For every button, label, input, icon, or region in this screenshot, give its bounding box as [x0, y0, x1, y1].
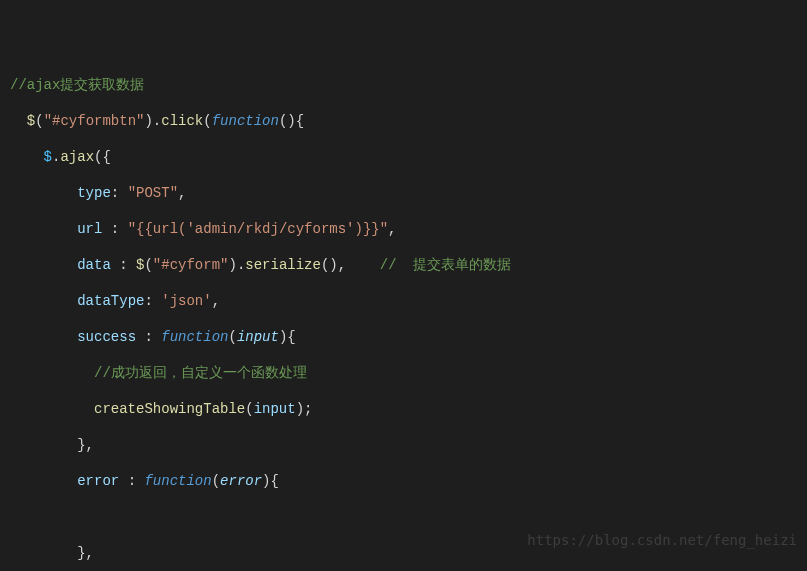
- prop-data: data: [77, 257, 111, 273]
- code-line: success : function(input){: [10, 328, 797, 346]
- method-click: click: [161, 113, 203, 129]
- prop-error: error: [77, 473, 119, 489]
- string-literal: "#cyform": [153, 257, 229, 273]
- prop-datatype: dataType: [77, 293, 144, 309]
- watermark-text: https://blog.csdn.net/feng_heizi: [527, 531, 797, 549]
- code-line: url : "{{url('admin/rkdj/cyforms')}}",: [10, 220, 797, 238]
- string-literal: "{{url('admin/rkdj/cyforms')}}": [128, 221, 388, 237]
- comment: // 提交表单的数据: [380, 257, 512, 273]
- code-line: createShowingTable(input);: [10, 400, 797, 418]
- code-line: [10, 508, 797, 526]
- keyword-function: function: [212, 113, 279, 129]
- param-input: input: [237, 329, 279, 345]
- string-literal: "#cyformbtn": [44, 113, 145, 129]
- func-call: createShowingTable: [94, 401, 245, 417]
- keyword-function: function: [161, 329, 228, 345]
- code-line: dataType: 'json',: [10, 292, 797, 310]
- comment: //ajax提交获取数据: [10, 77, 144, 93]
- code-line: type: "POST",: [10, 184, 797, 202]
- prop-url: url: [77, 221, 102, 237]
- code-line: //ajax提交获取数据: [10, 76, 797, 94]
- arg-input: input: [254, 401, 296, 417]
- method-serialize: serialize: [245, 257, 321, 273]
- keyword-function: function: [144, 473, 211, 489]
- prop-success: success: [77, 329, 136, 345]
- string-literal: "POST": [128, 185, 178, 201]
- comment: //成功返回，自定义一个函数处理: [94, 365, 307, 381]
- code-line: data : $("#cyform").serialize(), // 提交表单…: [10, 256, 797, 274]
- code-line: //成功返回，自定义一个函数处理: [10, 364, 797, 382]
- code-line: $("#cyformbtn").click(function(){: [10, 112, 797, 130]
- code-line: $.ajax({: [10, 148, 797, 166]
- string-literal: 'json': [161, 293, 211, 309]
- method-ajax: ajax: [60, 149, 94, 165]
- prop-type: type: [77, 185, 111, 201]
- code-line: error : function(error){: [10, 472, 797, 490]
- code-line: },: [10, 436, 797, 454]
- param-error: error: [220, 473, 262, 489]
